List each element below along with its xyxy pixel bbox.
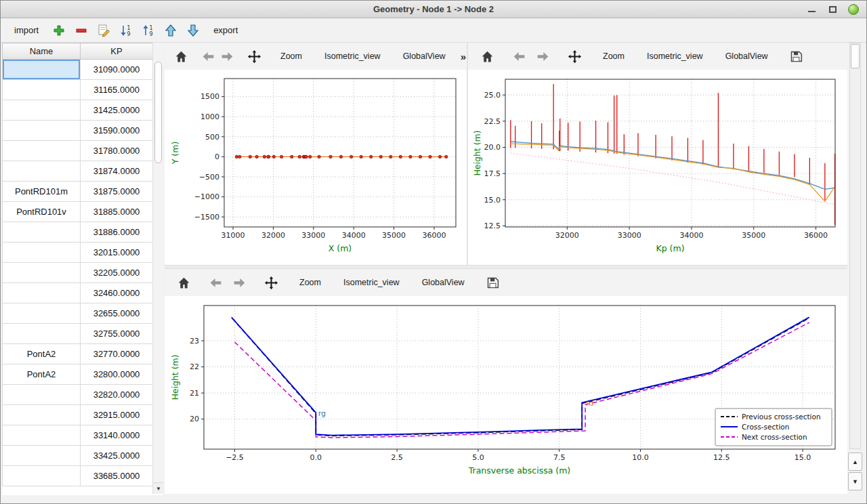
- cell-name[interactable]: PontA2: [3, 344, 81, 364]
- sort-descending-button[interactable]: 1 9: [117, 22, 135, 39]
- profile-view-chart[interactable]: 320003300034000350003600012.515.017.520.…: [468, 70, 847, 265]
- close-button[interactable]: [847, 3, 860, 16]
- cell-kp[interactable]: 31090.0000: [81, 60, 153, 80]
- table-row[interactable]: PontA232770.0000: [3, 344, 153, 364]
- column-header-kp[interactable]: KP: [81, 43, 153, 60]
- isometric-view-button[interactable]: Isometric_view: [641, 48, 709, 64]
- table-row[interactable]: 31590.0000: [3, 121, 153, 141]
- cell-kp[interactable]: 31780.0000: [81, 141, 153, 161]
- table-row[interactable]: 32915.0000: [3, 405, 153, 425]
- table-row[interactable]: 32655.0000: [3, 303, 153, 324]
- cell-name[interactable]: [3, 283, 81, 303]
- pan-button[interactable]: [247, 47, 261, 66]
- cell-kp[interactable]: 31425.0000: [81, 100, 153, 121]
- save-button[interactable]: [484, 273, 503, 292]
- cell-name[interactable]: [3, 405, 81, 425]
- add-row-button[interactable]: [50, 22, 68, 39]
- back-button[interactable]: [509, 47, 528, 66]
- isometric-view-button[interactable]: Isometric_view: [318, 48, 387, 64]
- back-button[interactable]: [201, 47, 215, 66]
- table-row[interactable]: 31874.0000: [3, 161, 153, 182]
- table-scrollbar[interactable]: ▼: [152, 43, 163, 494]
- cell-kp[interactable]: 31590.0000: [81, 121, 153, 141]
- plan-view-chart[interactable]: 310003200033000340003500036000−1500−1000…: [165, 70, 467, 265]
- forward-button[interactable]: [230, 273, 249, 292]
- global-view-button[interactable]: GlobalView: [397, 48, 452, 64]
- table-row[interactable]: 32755.0000: [3, 324, 153, 344]
- isometric-view-button[interactable]: Isometric_view: [337, 274, 406, 291]
- cell-name[interactable]: [3, 100, 81, 121]
- edit-button[interactable]: [95, 22, 112, 39]
- table-row[interactable]: 32820.0000: [3, 385, 153, 405]
- move-up-button[interactable]: [162, 22, 179, 39]
- table-row[interactable]: 32205.0000: [3, 263, 153, 283]
- cell-kp[interactable]: 32460.0000: [81, 283, 153, 303]
- cell-name[interactable]: [3, 141, 81, 161]
- cell-name[interactable]: [3, 121, 81, 141]
- cell-kp[interactable]: 31886.0000: [81, 222, 153, 243]
- cell-kp[interactable]: 32915.0000: [81, 405, 153, 425]
- table-scroll-down-button[interactable]: ▼: [153, 482, 164, 494]
- table-row[interactable]: PontA232800.0000: [3, 364, 153, 385]
- cell-name[interactable]: [3, 243, 81, 263]
- table-row[interactable]: 32460.0000: [3, 283, 153, 303]
- main-scrollbar-thumb[interactable]: [851, 44, 860, 68]
- cell-name[interactable]: [3, 466, 81, 486]
- table-row[interactable]: 31090.0000: [3, 60, 153, 80]
- home-button[interactable]: [174, 47, 188, 66]
- cell-kp[interactable]: 32015.0000: [81, 243, 153, 263]
- zoom-button[interactable]: Zoom: [597, 48, 631, 64]
- forward-button[interactable]: [533, 47, 552, 66]
- table-row[interactable]: 31780.0000: [3, 141, 153, 161]
- cell-kp[interactable]: 32755.0000: [81, 324, 153, 344]
- table-row[interactable]: PontRD101m31875.0000: [3, 182, 153, 202]
- scroll-up-button[interactable]: ▲: [848, 453, 862, 471]
- cell-name[interactable]: PontA2: [3, 364, 81, 385]
- table-row[interactable]: 33425.0000: [3, 446, 153, 466]
- cell-kp[interactable]: 32770.0000: [81, 344, 153, 364]
- cell-kp[interactable]: 31165.0000: [81, 80, 153, 100]
- global-view-button[interactable]: GlobalView: [719, 48, 774, 64]
- table-row[interactable]: 31425.0000: [3, 100, 153, 121]
- cell-name[interactable]: [3, 303, 81, 324]
- table-row[interactable]: 31886.0000: [3, 222, 153, 243]
- table-row[interactable]: 33685.0000: [3, 466, 153, 486]
- pan-button[interactable]: [565, 47, 584, 66]
- pan-button[interactable]: [261, 273, 280, 292]
- table-row[interactable]: 31165.0000: [3, 80, 153, 100]
- back-button[interactable]: [206, 273, 225, 292]
- move-down-button[interactable]: [184, 22, 202, 39]
- global-view-button[interactable]: GlobalView: [416, 274, 471, 291]
- cell-kp[interactable]: 31885.0000: [81, 202, 153, 222]
- import-button[interactable]: import: [7, 22, 45, 38]
- cell-name[interactable]: PontRD101v: [3, 202, 81, 222]
- table-row[interactable]: 32015.0000: [3, 243, 153, 263]
- zoom-button[interactable]: Zoom: [274, 48, 308, 64]
- cell-name[interactable]: [3, 263, 81, 283]
- cell-kp[interactable]: 31874.0000: [81, 161, 153, 182]
- cell-kp[interactable]: 33140.0000: [81, 425, 153, 446]
- minimize-button[interactable]: [805, 3, 818, 16]
- cell-name[interactable]: [3, 385, 81, 405]
- save-button[interactable]: [787, 47, 806, 66]
- home-button[interactable]: [478, 47, 496, 66]
- table-scrollbar-thumb[interactable]: [154, 62, 162, 163]
- export-button[interactable]: export: [207, 22, 245, 38]
- cross-section-chart[interactable]: −2.50.02.55.07.510.012.515.020212223Tran…: [165, 296, 847, 494]
- home-button[interactable]: [174, 273, 193, 292]
- zoom-button[interactable]: Zoom: [293, 274, 327, 291]
- forward-button[interactable]: [220, 47, 234, 66]
- cell-name[interactable]: [3, 324, 81, 344]
- cell-name[interactable]: [3, 161, 81, 182]
- cell-kp[interactable]: 32820.0000: [81, 385, 153, 405]
- cell-kp[interactable]: 32800.0000: [81, 364, 153, 385]
- remove-row-button[interactable]: [72, 22, 90, 39]
- cell-name[interactable]: PontRD101m: [3, 182, 81, 202]
- cell-name[interactable]: [3, 222, 81, 243]
- sort-ascending-button[interactable]: 1 9: [140, 22, 157, 39]
- cell-kp[interactable]: 31875.0000: [81, 182, 153, 202]
- titlebar[interactable]: Geometry - Node 1 -> Node 2: [1, 1, 866, 18]
- cell-kp[interactable]: 33685.0000: [81, 466, 153, 486]
- cell-name[interactable]: [3, 425, 81, 446]
- column-header-name[interactable]: Name: [3, 43, 81, 60]
